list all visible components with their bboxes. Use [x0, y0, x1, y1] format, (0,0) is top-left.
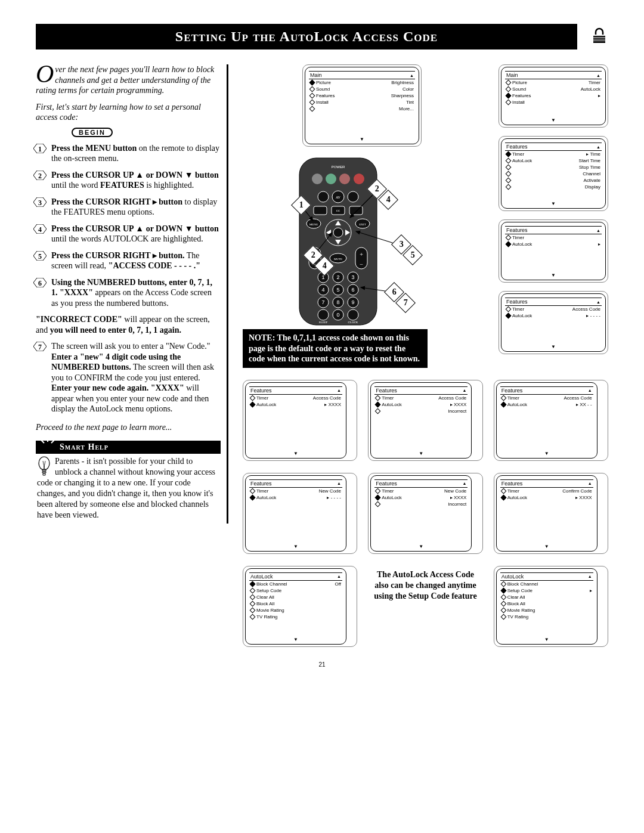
drop-cap: O	[36, 64, 55, 83]
step-2: 2Press the CURSOR UP ▲ or DOWN ▼ button …	[36, 170, 221, 191]
svg-line-75	[356, 231, 398, 244]
step-number: 6	[33, 278, 47, 287]
page-title-banner: Setting Up the AutoLock Access Code	[36, 24, 577, 49]
tv-screen-main: Main▲PictureBrightnessSoundColorFeatures…	[305, 67, 419, 144]
proceed-text: Proceed to the next page to learn more..…	[36, 423, 221, 432]
page-number: 21	[36, 661, 608, 668]
tv-screen-row2-0: Features▲TimerAccess CodeAutoLock▸ XXXX▼	[245, 382, 346, 459]
step-7: 7 The screen will ask you to enter a "Ne…	[36, 341, 221, 414]
tv-screen-main2: Main▲PictureTimerSoundAutoLockFeatures▸ …	[501, 67, 606, 125]
screen-row-3: Features▲TimerNew CodeAutoLock▸ - - - -▼…	[243, 473, 608, 554]
step-number: 3	[33, 197, 47, 207]
tv-screen-features1: Features▲Timer▸ TimeAutoLockStart TimeSt…	[501, 138, 606, 209]
svg-rect-4	[593, 41, 605, 41]
step-number: 1	[33, 144, 47, 153]
tv-screen-row3-1: Features▲TimerNew CodeAutoLock▸ XXXXInco…	[370, 475, 472, 552]
step-number-7: 7	[33, 342, 47, 351]
setup-code-note: The AutoLock Access Code also can be cha…	[368, 566, 482, 606]
svg-rect-3	[593, 39, 605, 39]
page-title: Setting Up the AutoLock Access Code	[175, 29, 438, 44]
default-code-note: NOTE: The 0,7,1,1 access code shown on t…	[243, 329, 428, 368]
burst-icon	[38, 436, 57, 455]
tv-screen-features2: Features▲TimerAutoLock▸ ▼	[501, 222, 606, 280]
bulb-icon	[37, 456, 51, 476]
step-number: 5	[33, 251, 47, 261]
screen-row-2: Features▲TimerAccess CodeAutoLock▸ XXXX▼…	[243, 380, 608, 461]
step-6: 6Using the NUMBERED buttons, enter 0, 7,…	[36, 277, 221, 309]
svg-line-14	[51, 439, 55, 443]
step-number: 4	[33, 224, 47, 234]
svg-rect-2	[593, 37, 605, 38]
tv-screen-features-access: Features▲TimerAccess CodeAutoLock▸ - - -…	[501, 293, 606, 352]
svg-line-13	[41, 439, 44, 443]
smart-help-body: Parents - it isn't possible for your chi…	[36, 454, 221, 524]
lock-icon	[590, 26, 608, 44]
step-4: 4Press the CURSOR UP ▲ or DOWN ▼ button …	[36, 224, 221, 244]
tv-screen-row2-2: Features▲TimerAccess CodeAutoLock▸ XX - …	[496, 382, 597, 459]
svg-rect-1	[593, 35, 605, 36]
smart-help-header: Smart Help	[36, 441, 221, 454]
instructions-column: Over the next few pages you'll learn how…	[36, 64, 228, 524]
incorrect-note: "INCORRECT CODE" will appear on the scre…	[36, 314, 221, 335]
intro-paragraph: Over the next few pages you'll learn how…	[36, 64, 221, 96]
tv-screen-autolock2: AutoLock▲Block ChannelSetup Code▸ Clear …	[496, 568, 597, 645]
tv-screen-row3-2: Features▲TimerConfirm CodeAutoLock▸ XXXX…	[496, 475, 597, 552]
begin-badge: BEGIN	[72, 128, 113, 137]
intro-secondary: First, let's start by learning how to se…	[36, 102, 221, 123]
tv-screen-row3-0: Features▲TimerNew CodeAutoLock▸ - - - -▼	[245, 475, 346, 552]
step-1: 1Press the MENU button on the remote to …	[36, 143, 221, 164]
diagram-column: Main▲PictureBrightnessSoundColorFeatures…	[228, 64, 608, 647]
tv-screen-autolock1: AutoLock▲Block ChannelOffSetup CodeClear…	[245, 568, 346, 645]
step-3: 3Press the CURSOR RIGHT ▸ button to disp…	[36, 197, 221, 218]
step-5: 5Press the CURSOR RIGHT ▸ button. The sc…	[36, 250, 221, 271]
step-number: 2	[33, 171, 47, 180]
tv-screen-row2-1: Features▲TimerAccess CodeAutoLock▸ XXXXI…	[370, 382, 472, 459]
